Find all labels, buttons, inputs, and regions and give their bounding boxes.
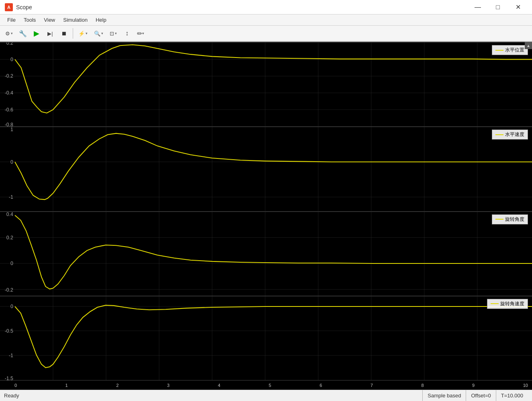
signal-dropdown[interactable]: ⚡ ▾ bbox=[76, 27, 90, 40]
tools-icon: 🔧 bbox=[19, 30, 27, 37]
status-sample-based: Sample based bbox=[422, 390, 466, 401]
play-button[interactable]: ▶ bbox=[30, 27, 43, 40]
chart2-legend: 水平速度 bbox=[492, 130, 528, 140]
minimize-button[interactable]: — bbox=[469, 1, 487, 13]
svg-text:0.2: 0.2 bbox=[6, 43, 13, 46]
chart1-legend: 水平位置 bbox=[492, 45, 528, 55]
svg-text:-0.4: -0.4 bbox=[5, 90, 13, 96]
chart4-legend-line bbox=[491, 303, 499, 304]
chart2-legend-line bbox=[495, 134, 503, 135]
svg-text:-0.5: -0.5 bbox=[5, 328, 13, 333]
x-label-9: 9 bbox=[472, 383, 475, 388]
x-label-3: 3 bbox=[167, 383, 170, 388]
x-label-7: 7 bbox=[370, 383, 373, 388]
chart-panel-3: 0.4 0.2 0 -0.2 旋转角度 bbox=[0, 211, 532, 296]
x-label-container: 0 1 2 3 4 5 6 7 8 9 10 bbox=[14, 383, 528, 388]
svg-text:0: 0 bbox=[10, 261, 13, 266]
chart-panel-4: 0 -0.5 -1 -1.5 旋转角速度 bbox=[0, 296, 532, 380]
svg-text:1: 1 bbox=[10, 127, 13, 132]
status-right: Sample based Offset=0 T=10.000 bbox=[422, 390, 528, 401]
status-offset: Offset=0 bbox=[466, 390, 495, 401]
svg-text:-1.5: -1.5 bbox=[5, 376, 13, 380]
svg-text:0: 0 bbox=[10, 304, 13, 309]
menu-view[interactable]: View bbox=[40, 15, 59, 25]
title-bar: A Scope — □ ✕ bbox=[0, 0, 532, 14]
status-time: T=10.000 bbox=[496, 390, 528, 401]
tools-button[interactable]: 🔧 bbox=[16, 27, 29, 40]
x-axis: 0 1 2 3 4 5 6 7 8 9 10 bbox=[0, 380, 532, 390]
svg-text:0: 0 bbox=[10, 159, 13, 165]
step-icon: ▶| bbox=[47, 31, 53, 37]
menu-help[interactable]: Help bbox=[92, 15, 110, 25]
svg-text:0: 0 bbox=[10, 57, 13, 62]
x-label-1: 1 bbox=[65, 383, 68, 388]
chart-svg-1: 0.2 0 -0.2 -0.4 -0.6 -0.8 bbox=[0, 43, 532, 126]
x-label-8: 8 bbox=[422, 383, 424, 388]
chart4-legend: 旋转角速度 bbox=[487, 299, 528, 309]
x-label-0: 0 bbox=[14, 383, 17, 388]
chart-panel-2: 1 0 -1 水平速度 bbox=[0, 126, 532, 211]
dropdown-arrow: ▾ bbox=[11, 31, 13, 35]
scope-main: ▲ 0 bbox=[0, 42, 532, 390]
svg-text:-0.8: -0.8 bbox=[5, 122, 13, 126]
scroll-up-button[interactable]: ▲ bbox=[525, 42, 532, 49]
chart3-legend-label: 旋转角度 bbox=[505, 216, 524, 223]
gear-icon: ⚙ bbox=[5, 31, 10, 37]
menu-tools[interactable]: Tools bbox=[20, 15, 40, 25]
status-bar: Ready Sample based Offset=0 T=10.000 bbox=[0, 390, 532, 401]
menu-file[interactable]: File bbox=[3, 15, 20, 25]
svg-text:-1: -1 bbox=[9, 353, 13, 358]
toolbar: ⚙ ▾ 🔧 ▶ ▶| ⏹ ⚡ ▾ 🔍 ▾ ⊡ ▾ ↕ ✏ ▾ bbox=[0, 26, 532, 42]
x-label-4: 4 bbox=[218, 383, 220, 388]
maximize-button[interactable]: □ bbox=[489, 1, 507, 13]
play-icon: ▶ bbox=[34, 29, 39, 38]
zoom-icon: 🔍 bbox=[94, 31, 100, 37]
svg-text:-0.2: -0.2 bbox=[5, 73, 13, 79]
chart2-legend-label: 水平速度 bbox=[505, 131, 524, 138]
x-label-10: 10 bbox=[523, 383, 528, 388]
signal-icon: ⚡ bbox=[78, 31, 85, 37]
settings-button[interactable]: ⚙ ▾ bbox=[2, 27, 16, 40]
menu-bar: File Tools View Simulation Help bbox=[0, 14, 532, 26]
chart-panel-1: 0.2 0 -0.2 -0.4 -0.6 -0.8 水平位置 bbox=[0, 42, 532, 126]
x-label-5: 5 bbox=[269, 383, 271, 388]
edit-button[interactable]: ✏ ▾ bbox=[134, 27, 147, 40]
zoom-dropdown[interactable]: 🔍 ▾ bbox=[91, 27, 106, 40]
axes-dropdown[interactable]: ⊡ ▾ bbox=[107, 27, 120, 40]
svg-text:-0.6: -0.6 bbox=[5, 107, 13, 113]
svg-text:-1: -1 bbox=[9, 194, 13, 200]
chart-svg-2: 1 0 -1 bbox=[0, 127, 532, 211]
x-label-6: 6 bbox=[319, 383, 322, 388]
svg-text:0.2: 0.2 bbox=[6, 234, 13, 240]
cursor-button[interactable]: ↕ bbox=[121, 27, 133, 40]
status-ready: Ready bbox=[4, 393, 422, 399]
chart1-legend-label: 水平位置 bbox=[505, 47, 524, 53]
stop-button[interactable]: ⏹ bbox=[57, 27, 70, 40]
axes-button[interactable]: ⊡ ▾ bbox=[107, 27, 120, 40]
chart-svg-3: 0.4 0.2 0 -0.2 bbox=[0, 212, 532, 296]
svg-text:-0.2: -0.2 bbox=[5, 287, 13, 292]
chart3-legend-line bbox=[495, 219, 503, 220]
charts-container: ▲ 0 bbox=[0, 42, 532, 390]
x-label-2: 2 bbox=[116, 383, 119, 388]
app-icon: A bbox=[5, 3, 13, 11]
close-button[interactable]: ✕ bbox=[509, 1, 527, 13]
settings-dropdown[interactable]: ⚙ ▾ bbox=[2, 27, 16, 40]
window-controls: — □ ✕ bbox=[469, 1, 527, 13]
axes-icon: ⊡ bbox=[110, 31, 114, 37]
chart4-legend-label: 旋转角速度 bbox=[500, 300, 524, 307]
step-button[interactable]: ▶| bbox=[44, 27, 57, 40]
chart1-legend-line bbox=[495, 50, 503, 51]
edit-icon: ✏ bbox=[137, 30, 142, 37]
cursor-icon: ↕ bbox=[125, 30, 129, 37]
signal-button[interactable]: ⚡ ▾ bbox=[76, 27, 90, 40]
separator1 bbox=[73, 28, 73, 39]
window-title: Scope bbox=[16, 4, 469, 10]
zoom-button[interactable]: 🔍 ▾ bbox=[91, 27, 106, 40]
svg-text:0.4: 0.4 bbox=[6, 212, 13, 217]
stop-icon: ⏹ bbox=[61, 30, 67, 37]
chart3-legend: 旋转角度 bbox=[492, 214, 528, 224]
menu-simulation[interactable]: Simulation bbox=[59, 15, 92, 25]
chart-svg-4: 0 -0.5 -1 -1.5 bbox=[0, 296, 532, 380]
